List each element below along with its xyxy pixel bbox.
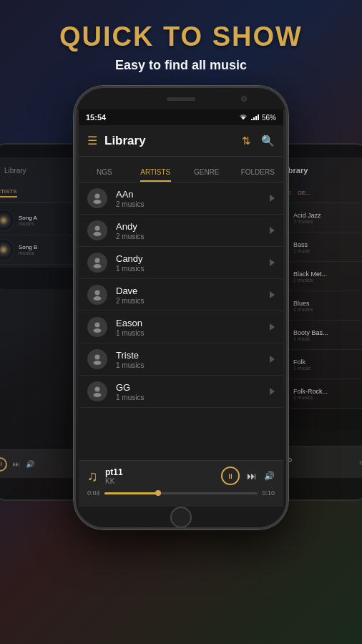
- bg-right-name-5: Folk: [293, 358, 310, 366]
- artist-list: AAn 2 musics Andy 2 musics: [79, 182, 283, 462]
- artist-avatar-2: [87, 253, 107, 273]
- np-artist: KK: [105, 477, 214, 485]
- artist-name-2: Candy: [116, 253, 270, 264]
- artist-arrow-0: [270, 195, 275, 202]
- progress-track[interactable]: [104, 492, 258, 494]
- app-bar-icons: ⇅ 🔍: [242, 135, 275, 147]
- svg-point-8: [95, 258, 100, 263]
- volume-button[interactable]: 🔊: [264, 471, 275, 481]
- phone-outer: 15:54 56%: [74, 86, 288, 530]
- artist-count-6: 1 musics: [116, 394, 270, 401]
- artist-arrow-1: [270, 227, 275, 234]
- artist-count-1: 2 musics: [116, 233, 270, 240]
- bg-right-count-1: 1 music: [293, 248, 310, 253]
- artist-item-1[interactable]: Andy 2 musics: [79, 215, 283, 247]
- artist-count-4: 1 musics: [116, 329, 270, 337]
- artist-item-0[interactable]: AAn 2 musics: [79, 182, 283, 215]
- signal-icon: [250, 114, 259, 121]
- artist-avatar-4: [87, 317, 107, 337]
- artist-name-1: Andy: [116, 221, 270, 232]
- filter-icon[interactable]: ⇅: [242, 135, 251, 147]
- bg-right-count-2: 2 musics: [293, 278, 327, 283]
- svg-point-6: [95, 226, 100, 231]
- artist-item-5[interactable]: Triste 1 musics: [79, 343, 283, 376]
- artist-info-1: Andy 2 musics: [116, 221, 270, 240]
- pause-button[interactable]: ⏸: [221, 467, 240, 485]
- progress-current: 0:04: [87, 489, 100, 497]
- np-controls: ⏸ ⏭ 🔊: [221, 467, 275, 485]
- svg-point-4: [95, 194, 100, 199]
- mini-vinyl-2: [0, 239, 14, 260]
- np-info: pt11 KK: [105, 467, 214, 485]
- artist-avatar-1: [87, 220, 107, 240]
- progress-fill: [104, 492, 158, 494]
- svg-rect-3: [258, 114, 259, 120]
- app-bar-title: Library: [104, 134, 242, 148]
- now-playing-top: ♫ pt11 KK ⏸ ⏭ 🔊: [87, 467, 275, 485]
- artist-item-2[interactable]: Candy 1 musics: [79, 247, 283, 279]
- svg-point-13: [94, 328, 102, 333]
- artist-name-3: Dave: [116, 286, 270, 296]
- tab-artists[interactable]: ARTISTS: [130, 168, 182, 182]
- status-icons: 56%: [239, 114, 276, 122]
- hamburger-icon[interactable]: ☰: [87, 134, 97, 147]
- svg-rect-1: [253, 117, 255, 120]
- artist-item-6[interactable]: GG 1 musics: [79, 376, 283, 408]
- bg-right-count-3: 2 musics: [293, 307, 313, 312]
- artist-count-5: 1 musics: [116, 361, 270, 369]
- artist-item-3[interactable]: Dave 2 musics: [79, 279, 283, 311]
- phone-camera: [241, 96, 247, 102]
- artist-arrow-5: [270, 356, 275, 363]
- artist-arrow-2: [270, 259, 275, 266]
- artist-avatar-3: [87, 285, 107, 305]
- svg-point-9: [94, 264, 102, 268]
- bg-right-name-4: Booty Bas...: [293, 329, 328, 336]
- artist-count-3: 2 musics: [116, 297, 270, 305]
- progress-total: 0:10: [262, 489, 275, 497]
- mini-sub-1: musics: [19, 221, 37, 226]
- artist-name-6: GG: [116, 382, 270, 393]
- tab-songs[interactable]: NGS: [79, 168, 130, 182]
- status-time: 15:54: [86, 113, 106, 122]
- artist-info-3: Dave 2 musics: [116, 286, 270, 305]
- bg-right-np-artist: JJ: [280, 464, 356, 469]
- artist-avatar-0: [87, 188, 107, 208]
- artist-name-4: Eason: [116, 318, 270, 328]
- svg-point-10: [95, 291, 100, 296]
- mini-left-library-label: Library: [4, 167, 26, 175]
- bg-right-np-info: pt10 JJ: [280, 457, 356, 469]
- main-phone: 15:54 56%: [74, 86, 288, 544]
- artist-info-0: AAn 2 musics: [116, 189, 270, 208]
- bg-right-count-6: 2 musics: [293, 395, 328, 400]
- home-button[interactable]: [170, 507, 192, 528]
- bg-right-name-0: Acid Jazz: [293, 212, 321, 219]
- artist-info-6: GG 1 musics: [116, 382, 270, 401]
- next-button[interactable]: ⏭: [247, 470, 257, 482]
- artist-avatar-5: [87, 349, 107, 369]
- svg-point-16: [95, 387, 100, 392]
- mini-tab-artists: ARTISTS: [0, 188, 17, 197]
- mini-sub-2: musics: [19, 250, 37, 255]
- artist-item-4[interactable]: Eason 1 musics: [79, 311, 283, 343]
- bg-right-np-time: 0:04: [359, 459, 362, 466]
- svg-rect-0: [251, 119, 253, 120]
- phone-speaker: [167, 97, 195, 101]
- bg-right-count-4: 1 music: [293, 336, 328, 341]
- mini-song-2: Song B: [19, 244, 37, 250]
- bg-right-name-3: Blues: [293, 300, 313, 307]
- svg-point-5: [94, 200, 102, 204]
- progress-bar: 0:04 0:10: [87, 489, 275, 497]
- mini-left-vol-icon: 🔊: [26, 460, 34, 468]
- tab-folders[interactable]: FOLDERS: [233, 168, 284, 182]
- artist-count-2: 1 musics: [116, 265, 270, 273]
- now-playing-bar: ♫ pt11 KK ⏸ ⏭ 🔊 0:04: [79, 460, 283, 507]
- mini-vinyl-1: [0, 210, 14, 231]
- bg-right-tab-genre: GE...: [298, 190, 310, 196]
- progress-dot: [155, 490, 161, 496]
- bg-right-count-5: 1 music: [293, 366, 310, 371]
- tabs-bar: NGS ARTISTS GENRE FOLDERS: [79, 157, 283, 182]
- bg-right-name-2: Black Met...: [293, 270, 327, 278]
- tab-genre[interactable]: GENRE: [181, 168, 233, 182]
- search-icon[interactable]: 🔍: [261, 135, 275, 147]
- bg-right-name-1: Bass: [293, 241, 310, 248]
